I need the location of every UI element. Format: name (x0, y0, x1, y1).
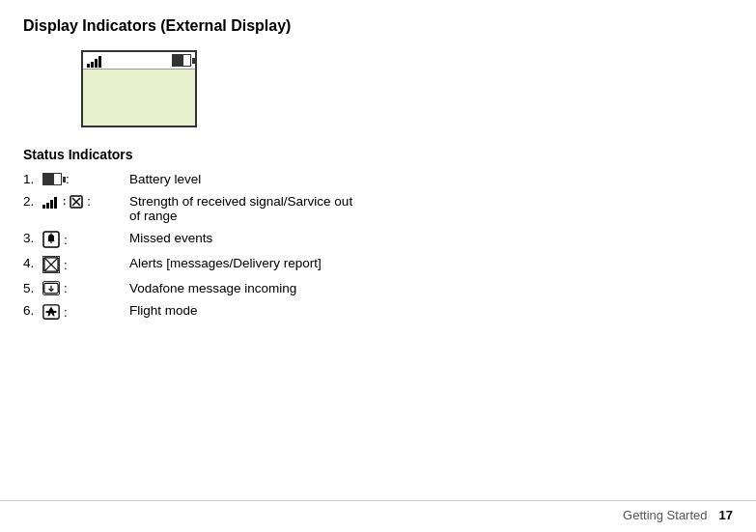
item-number-3: 3. (23, 231, 42, 245)
display-mockup-area (23, 50, 733, 127)
item-number-1: 1. (23, 172, 42, 186)
item-desc-3: Missed events (129, 231, 733, 245)
indicator-list: 1. : Battery level 2. (23, 172, 733, 321)
list-item: 6. : Flight mode (23, 303, 733, 321)
item-number-6: 6. (23, 303, 42, 318)
battery-status-icon (172, 54, 191, 67)
footer-divider (0, 500, 756, 501)
item-desc-6: Flight mode (129, 303, 733, 318)
footer: Getting Started 17 (623, 508, 733, 522)
colon-4: : (64, 258, 68, 272)
list-item: 3. : Missed events (23, 231, 733, 248)
alert-svg (43, 256, 59, 273)
colon-2: : (87, 194, 91, 209)
no-signal-svg (70, 195, 83, 209)
sig-bar4 (54, 197, 57, 209)
item-icon-area-6: : (42, 303, 129, 321)
msg-svg (43, 281, 59, 296)
item-number-4: 4. (23, 256, 42, 270)
item-desc-4: Alerts [messages/Delivery report] (129, 256, 733, 270)
flight-svg (42, 303, 60, 321)
message-incoming-icon (42, 281, 60, 295)
list-item: 2. : (23, 194, 733, 223)
item-number-5: 5. (23, 281, 42, 295)
page-title: Display Indicators (External Display) (23, 17, 733, 35)
bar2 (91, 62, 94, 68)
bar1 (87, 64, 90, 68)
item-icon-area-3: : (42, 231, 129, 248)
item-desc-1: Battery level (129, 172, 733, 186)
page-container: Display Indicators (External Display) S (0, 0, 756, 532)
item-icon-area-2: : : (42, 194, 129, 209)
list-item: 5. : Vodafone message incoming (23, 281, 733, 295)
section-heading: Status Indicators (23, 147, 733, 162)
battery-level-fill (43, 174, 54, 184)
missed-events-icon (42, 231, 60, 248)
flight-mode-icon (42, 303, 60, 321)
colon-3: : (64, 233, 68, 247)
item-icon-area-4: : (42, 256, 129, 273)
signal-bars-icon (87, 54, 101, 68)
phone-status-bar (83, 52, 195, 70)
item-icon-area-5: : (42, 281, 129, 295)
item-desc-5: Vodafone message incoming (129, 281, 733, 295)
no-signal-icon (70, 195, 83, 209)
list-item: 4. : Alerts [messages/Delivery report] (23, 256, 733, 273)
sig-bar2 (46, 203, 49, 209)
footer-section-label: Getting Started (623, 508, 707, 522)
bar4 (98, 56, 101, 68)
battery-fill (173, 55, 183, 66)
separator: : (63, 196, 66, 207)
colon-5: : (64, 281, 68, 295)
bell-svg (42, 231, 60, 248)
alerts-icon (42, 256, 60, 273)
colon-6: : (64, 305, 68, 320)
item-desc-2: Strength of received signal/Sarvice outo… (129, 194, 733, 223)
phone-content-area (83, 70, 195, 126)
list-item: 1. : Battery level (23, 172, 733, 186)
sig-bar1 (42, 205, 45, 209)
footer-page-number: 17 (719, 508, 733, 522)
sig-bar3 (50, 200, 53, 209)
item-icon-area-1: : (42, 172, 129, 186)
status-indicators-section: Status Indicators 1. : Battery level 2. (23, 147, 733, 321)
item-number-2: 2. (23, 194, 42, 209)
phone-screen (81, 50, 197, 127)
bar3 (95, 59, 98, 68)
colon-1: : (66, 172, 70, 186)
battery-level-icon (42, 173, 62, 185)
signal-strength-icon (42, 195, 57, 209)
